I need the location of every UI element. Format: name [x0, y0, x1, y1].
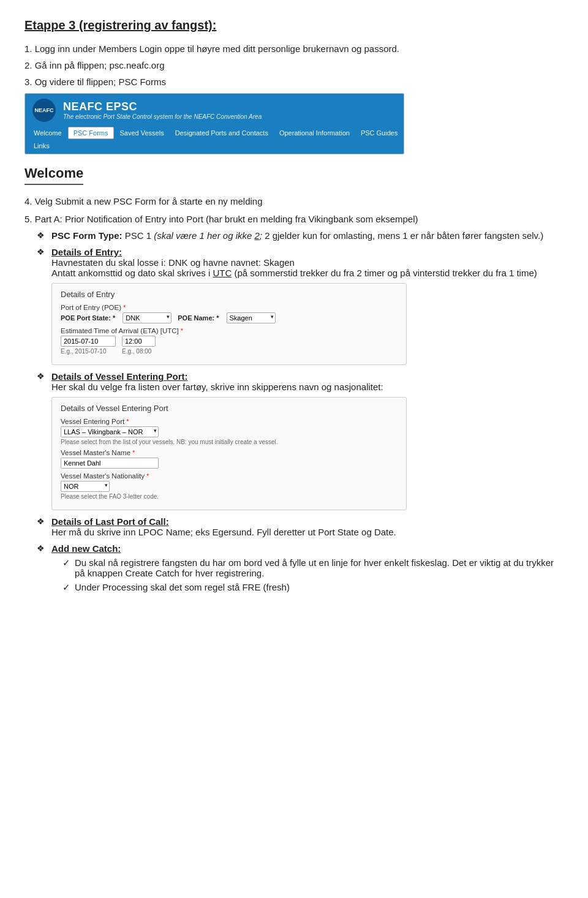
- step-3: 3. Og videre til flippen; PSC Forms: [24, 77, 564, 87]
- eta-time-input[interactable]: [122, 336, 156, 347]
- step-4: 4. Velg Submit a new PSC Form for å star…: [24, 196, 564, 206]
- neafc-nav: Welcome PSC Forms Saved Vessels Designat…: [25, 127, 404, 154]
- eta-hints: E.g., 2015-07-10 E.g., 08:00: [61, 347, 398, 355]
- step-5: 5. Part A: Prior Notification of Entry i…: [24, 214, 564, 224]
- catch-sub-1-text: Du skal nå registrere fangsten du har om…: [75, 557, 554, 578]
- poe-port-state-label: POE Port State: *: [61, 314, 115, 322]
- port-of-entry-label: Port of Entry (POE) *: [61, 304, 398, 311]
- nav-designated-ports[interactable]: Designated Ports and Contacts: [170, 127, 273, 139]
- bullet-5-label: Add new Catch:: [51, 543, 121, 554]
- nav-links[interactable]: Links: [29, 140, 55, 151]
- bullet-3-label: Details of Vessel Entering Port:: [51, 371, 188, 382]
- eta-controls: [61, 336, 398, 347]
- eta-label: Estimated Time of Arrival (ETA) [UTC] *: [61, 327, 398, 334]
- bullet-2-line2: Antatt ankomsttid og dato skal skrives i…: [51, 268, 537, 278]
- vessel-nationality-row: Vessel Master's Nationality * NOR Please…: [61, 472, 398, 500]
- neafc-title-big: NEAFC EPSC: [63, 100, 262, 113]
- vessel-entering-label: Vessel Entering Port *: [61, 418, 398, 425]
- eta-row: Estimated Time of Arrival (ETA) [UTC] * …: [61, 327, 398, 355]
- welcome-heading: Welcome: [24, 165, 83, 185]
- nav-saved-vessels[interactable]: Saved Vessels: [115, 127, 169, 139]
- entry-form-title: Details of Entry: [61, 290, 398, 299]
- step-3-text: Og videre til flippen; PSC Forms: [35, 77, 166, 87]
- vessel-master-row: Vessel Master's Name *: [61, 449, 398, 469]
- bullet-vessel-entering-port: Details of Vessel Entering Port: Her ska…: [37, 371, 564, 510]
- bullet-details-of-entry: Details of Entry: Havnestaten du skal lo…: [37, 247, 564, 365]
- step-4-text: Velg Submit a new PSC Form for å starte …: [35, 196, 263, 206]
- vessel-nationality-label: Vessel Master's Nationality *: [61, 472, 398, 480]
- step-5-num: 5.: [24, 214, 32, 224]
- poe-name-wrapper[interactable]: Skagen: [227, 312, 276, 323]
- step-2-num: 2.: [24, 60, 32, 70]
- eta-date-input[interactable]: [61, 336, 116, 347]
- step-3-num: 3.: [24, 77, 32, 87]
- neafc-title-block: NEAFC EPSC The electronic Port State Con…: [63, 100, 262, 120]
- nav-operational-info[interactable]: Operational Information: [274, 127, 355, 139]
- port-of-entry-controls: POE Port State: * DNK POE Name: * Skagen: [61, 312, 398, 323]
- bullet-last-port-of-call: Details of Last Port of Call: Her må du …: [37, 516, 564, 537]
- step-1-text: Logg inn under Members Login oppe til hø…: [35, 43, 399, 54]
- vessel-entering-row: Vessel Entering Port * LLAS – Vikingbank…: [61, 418, 398, 445]
- nav-welcome[interactable]: Welcome: [29, 127, 67, 139]
- catch-sub-1: Du skal nå registrere fangsten du har om…: [62, 557, 564, 578]
- bullet-psc-form-type: PSC Form Type: PSC 1 (skal være 1 her og…: [37, 230, 564, 241]
- neafc-title-sub: The electronic Port State Control system…: [63, 113, 262, 120]
- nav-psc-guides[interactable]: PSC Guides: [356, 127, 403, 139]
- vessel-entering-controls: LLAS – Vikingbank – NOR: [61, 426, 398, 437]
- vessel-hint: Please select from the list of your vess…: [61, 439, 398, 445]
- bullet-add-new-catch: Add new Catch: Du skal nå registrere fan…: [37, 543, 564, 592]
- poe-name-label: POE Name: *: [178, 314, 219, 322]
- step-5-text: Part A: Prior Notification of Entry into…: [35, 214, 418, 224]
- nav-psc-forms[interactable]: PSC Forms: [68, 127, 114, 139]
- bullet-1-label: PSC Form Type:: [51, 230, 123, 241]
- diamond-list: PSC Form Type: PSC 1 (skal være 1 her og…: [31, 230, 564, 592]
- vessel-nationality-select-wrapper[interactable]: NOR: [61, 481, 110, 492]
- poe-name-select[interactable]: Skagen: [227, 312, 276, 323]
- steps-section: 1. Logg inn under Members Login oppe til…: [24, 43, 564, 87]
- vessel-nationality-hint: Please select the FAO 3-letter code.: [61, 493, 398, 500]
- port-of-entry-row: Port of Entry (POE) * POE Port State: * …: [61, 304, 398, 323]
- vessel-nationality-select[interactable]: NOR: [61, 481, 110, 492]
- bullet-2-line1: Havnestaten du skal losse i: DNK og havn…: [51, 257, 295, 268]
- catch-sub-2: Under Processing skal det som regel stå …: [62, 582, 564, 592]
- vessel-entering-select[interactable]: LLAS – Vikingbank – NOR: [61, 426, 159, 437]
- bullet-4-label: Details of Last Port of Call:: [51, 516, 169, 527]
- details-of-entry-form: Details of Entry Port of Entry (POE) * P…: [51, 283, 407, 365]
- bullet-1-italic: (skal være 1 her og ikke 2;: [154, 230, 262, 241]
- poe-port-state-select[interactable]: DNK: [123, 312, 172, 323]
- vessel-master-label: Vessel Master's Name *: [61, 449, 398, 456]
- poe-port-state-wrapper[interactable]: DNK: [123, 312, 172, 323]
- eta-date-hint: E.g., 2015-07-10: [61, 348, 116, 355]
- vessel-master-input[interactable]: [61, 458, 159, 469]
- bullet-3-text: Her skal du velge fra listen over fartøy…: [51, 382, 383, 392]
- vessel-form-title: Details of Vessel Entering Port: [61, 404, 398, 413]
- step-2-text: Gå inn på flippen; psc.neafc.org: [35, 60, 165, 70]
- vessel-entering-port-form: Details of Vessel Entering Port Vessel E…: [51, 397, 407, 510]
- page-title: Etappe 3 (registrering av fangst):: [24, 18, 564, 32]
- step-1-num: 1.: [24, 43, 32, 54]
- vessel-entering-select-wrapper[interactable]: LLAS – Vikingbank – NOR: [61, 426, 159, 437]
- bullet-2-label: Details of Entry:: [51, 247, 122, 257]
- eta-time-hint: E.g., 08:00: [122, 348, 156, 355]
- step-4-num: 4.: [24, 196, 32, 206]
- step-2: 2. Gå inn på flippen; psc.neafc.org: [24, 60, 564, 70]
- catch-sub-list: Du skal nå registrere fangsten du har om…: [51, 557, 564, 592]
- catch-sub-2-text: Under Processing skal det som regel stå …: [75, 582, 290, 592]
- neafc-banner: NEAFC NEAFC EPSC The electronic Port Sta…: [24, 93, 404, 154]
- step-1: 1. Logg inn under Members Login oppe til…: [24, 43, 564, 54]
- bullet-1-after: 2 gjelder kun for omlasting, mens 1 er n…: [265, 230, 543, 241]
- neafc-logo: NEAFC: [32, 99, 56, 122]
- bullet-4-text: Her må du skrive inn LPOC Name; eks Eger…: [51, 527, 396, 537]
- neafc-header: NEAFC NEAFC EPSC The electronic Port Sta…: [25, 94, 404, 127]
- vessel-nationality-controls: NOR: [61, 481, 398, 492]
